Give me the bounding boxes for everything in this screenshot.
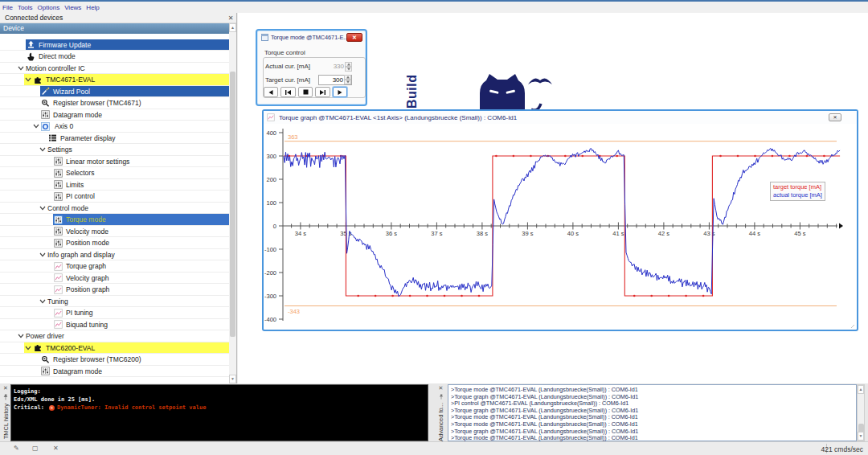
torque-control-group-label: Torque control [264,49,305,56]
svg-text:400: 400 [266,129,276,137]
tree-item-label: Wizard Pool [53,88,90,96]
expander-chevron-icon[interactable] [39,252,46,257]
svg-text:42 s: 42 s [658,230,669,237]
tree-item-tuning[interactable]: Tuning [0,296,229,308]
tree-item-torque-graph[interactable]: Torque graph [0,260,229,273]
menu-bar: FileToolsOptionsViewsHelp [0,2,868,13]
advanced-console-scrollbar[interactable]: ▲ ▼ [857,384,865,441]
tree-item-torque-mode[interactable]: Torque mode [0,214,229,226]
scroll-up-icon[interactable]: ▲ [858,385,864,394]
expander-chevron-icon[interactable] [18,66,24,71]
tree-item-label: Settings [47,146,72,154]
tree-scrollbar[interactable]: ▲ ▼ [229,23,236,383]
pin-icon[interactable] [438,394,444,400]
tree-item-limits[interactable]: Limits [0,179,229,191]
scroll-down-icon[interactable]: ▼ [858,432,864,441]
play-button[interactable] [333,87,347,97]
expander-chevron-icon[interactable] [25,77,31,82]
advanced-console: >Torque mode @TMC4671-EVAL (Landungsbrue… [448,384,857,441]
tree-item-parameter-display[interactable]: Parameter display [0,133,229,145]
expander-chevron-icon[interactable] [18,334,24,338]
menu-options[interactable]: Options [35,4,63,11]
bottom-dock-area: ✕ TMCL history Logging:Eds/XML done in 2… [0,383,868,441]
tree-item-tmc6200-eval[interactable]: TMC6200-EVAL [0,342,229,355]
spin-arrows[interactable] [345,62,352,72]
expander-chevron-icon[interactable] [25,346,31,350]
stop-button[interactable] [298,87,313,97]
dialog-title-bar[interactable]: Torque mode @TMC4671-E... ✕ [257,31,366,43]
menu-file[interactable]: File [0,4,15,11]
menu-views[interactable]: Views [62,4,84,11]
svg-text:36 s: 36 s [386,230,397,237]
svg-text:39 s: 39 s [522,230,533,237]
tree-item-info-graph-and-display[interactable]: Info graph and display [0,249,229,261]
tree-item-firmware-update[interactable]: Firmware Update [0,39,229,51]
tree-item-power-driver[interactable]: Power driver [0,330,229,342]
tree-item-label: Control mode [47,204,88,212]
tree-item-settings[interactable]: Settings [0,144,229,156]
tree-item-linear-motor-settings[interactable]: Linear motor settings [0,156,229,168]
sliders-icon [54,227,63,236]
dialog-close-button[interactable]: ✕ [346,33,362,42]
tree-item-register-browser-tmc6200-[interactable]: Register browser (TMC6200) [0,354,229,366]
close-icon[interactable]: ✕ [439,385,444,391]
svg-text:-300: -300 [264,293,276,300]
target-current-spinbox[interactable]: 300 [318,75,352,85]
stop-square-icon[interactable]: ▢ [32,445,39,452]
close-icon[interactable]: ✕ [3,385,8,391]
expander-chevron-icon[interactable] [39,206,46,211]
tree-item-datagram-mode[interactable]: Datagram mode [0,366,229,378]
scroll-down-icon[interactable]: ▼ [229,375,236,383]
tree-item-register-browser-tmc4671-[interactable]: Register browser (TMC4671) [0,97,229,109]
tree-item-axis-0[interactable]: Axis 0 [0,121,229,133]
tree-item-label: Firmware Update [39,41,91,49]
chart-icon [54,309,63,318]
expander-chevron-icon[interactable] [33,124,39,129]
graph-window-close-button[interactable]: ✕ [829,113,841,121]
pin-icon[interactable] [2,394,9,400]
tree-item-velocity-mode[interactable]: Velocity mode [0,226,229,238]
tree-item-biquad-tuning[interactable]: Biquad tuning [0,319,229,331]
tree-item-direct-mode[interactable]: Direct mode [0,51,229,63]
advanced-tab[interactable]: ✕ Advanced to... [434,383,448,441]
expander-chevron-icon[interactable] [39,147,46,152]
tree-item-control-mode[interactable]: Control mode [0,203,229,215]
clear-icon[interactable]: ✕ [53,445,59,452]
panel-title: Connected devices [0,14,225,22]
tree-item-tmc4671-eval[interactable]: TMC4671-EVAL [0,74,229,86]
tree-item-selectors[interactable]: Selectors [0,167,229,179]
tree-item-pi-control[interactable]: PI control [0,191,229,203]
spin-arrows[interactable] [344,75,351,84]
skip-end-button[interactable] [315,87,330,97]
edit-search-icon[interactable]: ✎ [14,445,19,452]
scroll-up-icon[interactable]: ▲ [229,23,236,32]
tree-item-pi-tuning[interactable]: PI tuning [0,307,229,319]
svg-text:200: 200 [266,176,276,183]
tree-item-position-graph[interactable]: Position graph [0,284,229,296]
tree-item-position-mode[interactable]: Position mode [0,237,229,249]
tmcl-history-tab[interactable]: ✕ TMCL history [0,383,11,441]
skip-start-button[interactable] [280,87,295,97]
menu-tools[interactable]: Tools [15,4,35,11]
tmcl-ide-window: FileToolsOptionsViewsHelp Connected devi… [0,0,868,455]
list-icon [48,133,57,142]
tree-item-label: Torque mode [66,215,106,223]
torque-mode-dialog: Torque mode @TMC4671-E... ✕ Torque contr… [256,29,367,106]
log-line: Critical:✕DynamicTuner: Invalid control … [14,404,428,412]
watermark-build-text: Build [405,78,426,109]
tree-item-motion-controller-ic[interactable]: Motion controller IC [0,63,229,75]
panel-close-icon[interactable]: ✕ [225,14,236,22]
menu-help[interactable]: Help [84,4,101,11]
sliders-active-icon [54,215,63,224]
graph-title-bar[interactable]: Torque graph @TMC4671-EVAL <1st Axis> (L… [264,111,857,124]
expander-chevron-icon[interactable] [39,299,46,304]
tree-item-wizard-pool[interactable]: Wizard Pool [0,86,229,98]
tree-item-label: Register browser (TMC6200) [53,355,141,363]
tree-item-datagram-mode[interactable]: Datagram mode [0,109,229,121]
tree-scroll-thumb[interactable] [230,72,235,337]
step-back-button[interactable] [264,87,278,97]
svg-text:41 s: 41 s [612,230,624,237]
tree-item-velocity-graph[interactable]: Velocity graph [0,273,229,285]
status-bar: ✎ ▢ ✕ 421 cmds/sec [0,441,868,455]
resize-grip[interactable] [849,322,854,328]
